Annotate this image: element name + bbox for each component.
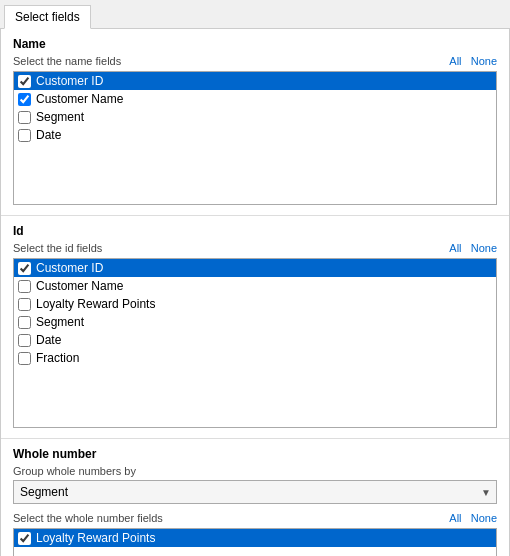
select-fields-tab[interactable]: Select fields — [4, 5, 91, 29]
id-field-checkbox-3[interactable] — [18, 316, 31, 329]
name-field-checkbox-2[interactable] — [18, 111, 31, 124]
id-field-label-1: Customer Name — [36, 279, 123, 293]
whole-number-field-label-0: Loyalty Reward Points — [36, 531, 155, 545]
id-field-label-5: Fraction — [36, 351, 79, 365]
list-item[interactable]: Segment — [14, 108, 496, 126]
id-field-label-0: Customer ID — [36, 261, 103, 275]
whole-number-field-select-row: Select the whole number fields All None — [13, 512, 497, 524]
id-spacer — [14, 367, 496, 427]
list-item[interactable]: Date — [14, 126, 496, 144]
list-item[interactable]: Customer ID — [14, 72, 496, 90]
list-item[interactable]: Customer Name — [14, 277, 496, 295]
name-field-checkbox-1[interactable] — [18, 93, 31, 106]
list-item[interactable]: Fraction — [14, 349, 496, 367]
whole-number-select-label: Select the whole number fields — [13, 512, 163, 524]
name-field-label-3: Date — [36, 128, 61, 142]
id-select-label: Select the id fields — [13, 242, 102, 254]
whole-number-section-title: Whole number — [13, 447, 497, 461]
name-all-link[interactable]: All — [449, 55, 461, 67]
id-field-checkbox-0[interactable] — [18, 262, 31, 275]
whole-number-section: Whole number Group whole numbers by Segm… — [1, 439, 509, 556]
id-none-link[interactable]: None — [471, 242, 497, 254]
name-select-label: Select the name fields — [13, 55, 121, 67]
id-field-checkbox-4[interactable] — [18, 334, 31, 347]
list-item[interactable]: Loyalty Reward Points — [14, 295, 496, 313]
id-section-title: Id — [13, 224, 497, 238]
id-all-none: All None — [449, 242, 497, 254]
whole-number-fields-list: Loyalty Reward Points — [13, 528, 497, 556]
group-by-dropdown-wrapper: Segment Customer ID Customer Name Date ▼ — [13, 480, 497, 504]
whole-number-all-link[interactable]: All — [449, 512, 461, 524]
id-field-select-row: Select the id fields All None — [13, 242, 497, 254]
name-all-none: All None — [449, 55, 497, 67]
list-item[interactable]: Segment — [14, 313, 496, 331]
group-by-dropdown[interactable]: Segment Customer ID Customer Name Date — [13, 480, 497, 504]
id-section: Id Select the id fields All None Custome… — [1, 216, 509, 439]
list-item[interactable]: Customer Name — [14, 90, 496, 108]
id-fields-list: Customer ID Customer Name Loyalty Reward… — [13, 258, 497, 428]
id-field-checkbox-2[interactable] — [18, 298, 31, 311]
name-field-select-row: Select the name fields All None — [13, 55, 497, 67]
id-field-checkbox-5[interactable] — [18, 352, 31, 365]
name-field-label-0: Customer ID — [36, 74, 103, 88]
name-section: Name Select the name fields All None Cus… — [1, 29, 509, 216]
id-all-link[interactable]: All — [449, 242, 461, 254]
id-field-checkbox-1[interactable] — [18, 280, 31, 293]
name-section-title: Name — [13, 37, 497, 51]
main-content: Name Select the name fields All None Cus… — [0, 29, 510, 556]
whole-number-all-none: All None — [449, 512, 497, 524]
list-item[interactable]: Loyalty Reward Points — [14, 529, 496, 547]
tab-bar: Select fields — [0, 0, 510, 29]
name-fields-list: Customer ID Customer Name Segment Date — [13, 71, 497, 205]
group-by-label: Group whole numbers by — [13, 465, 497, 477]
whole-number-field-checkbox-0[interactable] — [18, 532, 31, 545]
id-field-label-4: Date — [36, 333, 61, 347]
list-item[interactable]: Customer ID — [14, 259, 496, 277]
name-none-link[interactable]: None — [471, 55, 497, 67]
list-item[interactable]: Date — [14, 331, 496, 349]
name-field-checkbox-0[interactable] — [18, 75, 31, 88]
name-field-label-1: Customer Name — [36, 92, 123, 106]
name-spacer — [14, 144, 496, 204]
name-field-checkbox-3[interactable] — [18, 129, 31, 142]
id-field-label-3: Segment — [36, 315, 84, 329]
id-field-label-2: Loyalty Reward Points — [36, 297, 155, 311]
name-field-label-2: Segment — [36, 110, 84, 124]
whole-number-none-link[interactable]: None — [471, 512, 497, 524]
